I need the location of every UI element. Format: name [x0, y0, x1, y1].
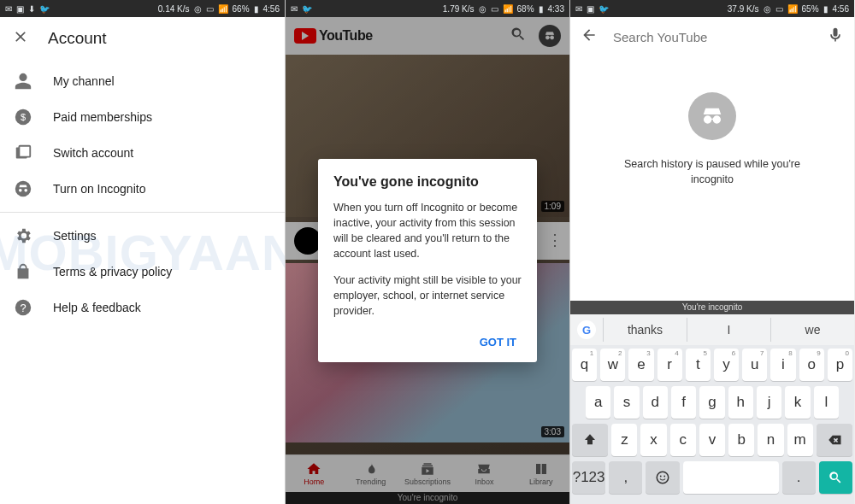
- net-speed: 1.79 K/s: [443, 4, 475, 14]
- dialog-title: You've gone incognito: [333, 174, 522, 190]
- key-backspace[interactable]: [817, 424, 852, 456]
- menu-terms[interactable]: Terms & privacy policy: [0, 254, 285, 290]
- suggestion[interactable]: thanks: [603, 318, 687, 342]
- gear-icon: [14, 226, 32, 245]
- menu-label: Help & feedback: [53, 301, 141, 314]
- menu-paid-memberships[interactable]: Paid memberships: [0, 99, 285, 135]
- dialog-paragraph: Your activity might still be visible to …: [333, 273, 522, 319]
- key-k[interactable]: k: [785, 386, 810, 419]
- person-icon: [14, 72, 32, 91]
- incognito-message: Search history is paused while you're in…: [618, 157, 806, 187]
- lock-icon: [14, 262, 32, 281]
- key-a[interactable]: a: [586, 386, 610, 419]
- key-i[interactable]: i8: [770, 349, 795, 381]
- menu-settings[interactable]: Settings: [0, 218, 285, 254]
- key-q[interactable]: q1: [572, 349, 597, 381]
- volte-icon: ▭: [775, 4, 783, 14]
- key-g[interactable]: g: [699, 386, 724, 419]
- key-c[interactable]: c: [670, 424, 696, 456]
- mic-icon[interactable]: [827, 26, 844, 47]
- help-icon: [14, 298, 32, 317]
- key-t[interactable]: t5: [686, 349, 711, 381]
- screen-youtube-incognito: ✉🐦 1.79 K/s ◎ ▭ 📶 68% ▮ 4:33 YouTube: [285, 0, 569, 504]
- mail-icon: ✉: [291, 4, 298, 14]
- suggestion[interactable]: I: [687, 318, 770, 342]
- menu-my-channel[interactable]: My channel: [0, 63, 285, 99]
- menu-label: Paid memberships: [53, 110, 152, 124]
- key-w[interactable]: w2: [600, 349, 625, 381]
- menu-switch-account[interactable]: Switch account: [0, 135, 285, 171]
- clock: 4:33: [548, 4, 564, 14]
- key-f[interactable]: f: [671, 386, 696, 419]
- key-shift[interactable]: [572, 424, 608, 456]
- key-s[interactable]: s: [614, 386, 639, 419]
- app-bar: Account: [0, 17, 285, 60]
- twitter-icon: 🐦: [598, 4, 609, 14]
- search-input[interactable]: [613, 30, 811, 44]
- key-search[interactable]: [819, 461, 852, 494]
- menu-label: Terms & privacy policy: [53, 265, 172, 278]
- menu-label: Turn on Incognito: [53, 182, 145, 196]
- back-icon[interactable]: [581, 26, 598, 47]
- image-icon: ▣: [587, 4, 594, 14]
- switch-account-icon: [14, 144, 32, 162]
- key-space[interactable]: [683, 461, 779, 494]
- google-icon[interactable]: G: [577, 320, 596, 339]
- mail-icon: ✉: [575, 4, 582, 14]
- menu-label: Settings: [53, 229, 97, 243]
- menu-label: Switch account: [53, 146, 133, 160]
- key-row-4: ?123 , .: [572, 461, 852, 494]
- key-h[interactable]: h: [728, 386, 753, 419]
- key-e[interactable]: e3: [628, 349, 653, 381]
- key-v[interactable]: v: [699, 424, 725, 456]
- net-speed: 37.9 K/s: [728, 4, 759, 14]
- key-r[interactable]: r4: [657, 349, 682, 381]
- key-l[interactable]: l: [814, 386, 839, 419]
- dialog-scrim[interactable]: You've gone incognito When you turn off …: [286, 17, 569, 504]
- battery-icon: ▮: [254, 4, 259, 14]
- menu-help[interactable]: Help & feedback: [0, 290, 285, 325]
- key-row-3: zxcvbnm: [572, 424, 852, 456]
- signal-icon: 📶: [218, 4, 228, 14]
- dollar-icon: [14, 108, 32, 126]
- clock: 4:56: [263, 4, 280, 14]
- key-o[interactable]: o9: [799, 349, 824, 381]
- key-u[interactable]: u7: [742, 349, 767, 381]
- signal-icon: 📶: [503, 4, 513, 14]
- key-d[interactable]: d: [643, 386, 668, 419]
- battery-pct: 66%: [233, 4, 250, 14]
- close-icon[interactable]: [12, 28, 29, 49]
- download-icon: ⬇: [28, 4, 35, 14]
- key-m[interactable]: m: [787, 424, 813, 456]
- menu-label: My channel: [53, 74, 115, 88]
- cast-icon: ◎: [764, 4, 771, 14]
- menu-turn-on-incognito[interactable]: Turn on Incognito: [0, 171, 285, 207]
- cast-icon: ◎: [479, 4, 486, 14]
- key-symbols[interactable]: ?123: [572, 461, 605, 494]
- key-x[interactable]: x: [640, 424, 666, 456]
- key-comma[interactable]: ,: [609, 461, 642, 494]
- signal-icon: 📶: [787, 4, 798, 14]
- key-z[interactable]: z: [611, 424, 637, 456]
- key-period[interactable]: .: [782, 461, 816, 494]
- status-bar: ✉ ▣ ⬇ 🐦 0.14 K/s ◎ ▭ 📶 66% ▮ 4:56: [0, 0, 285, 17]
- divider: [0, 212, 285, 213]
- key-n[interactable]: n: [758, 424, 783, 456]
- battery-pct: 68%: [517, 4, 534, 14]
- key-b[interactable]: b: [728, 424, 754, 456]
- got-it-button[interactable]: GOT IT: [475, 329, 522, 355]
- key-emoji[interactable]: [646, 461, 679, 494]
- key-p[interactable]: p0: [828, 349, 852, 381]
- image-icon: ▣: [16, 4, 24, 14]
- key-y[interactable]: y6: [714, 349, 739, 381]
- incognito-icon: [14, 179, 32, 198]
- suggestion[interactable]: we: [770, 318, 854, 342]
- battery-pct: 65%: [802, 4, 819, 14]
- key-j[interactable]: j: [757, 386, 781, 419]
- screen-search-incognito: ✉▣🐦 37.9 K/s ◎ ▭ 📶 65% ▮ 4:56 Search his…: [569, 0, 854, 504]
- key-row-1: q1w2e3r4t5y6u7i8o9p0: [572, 349, 852, 381]
- battery-icon: ▮: [539, 4, 544, 14]
- mail-icon: ✉: [5, 4, 12, 14]
- dialog-paragraph: When you turn off Incognito or become in…: [333, 200, 522, 262]
- keyboard-incognito-label: You're incognito: [570, 301, 854, 314]
